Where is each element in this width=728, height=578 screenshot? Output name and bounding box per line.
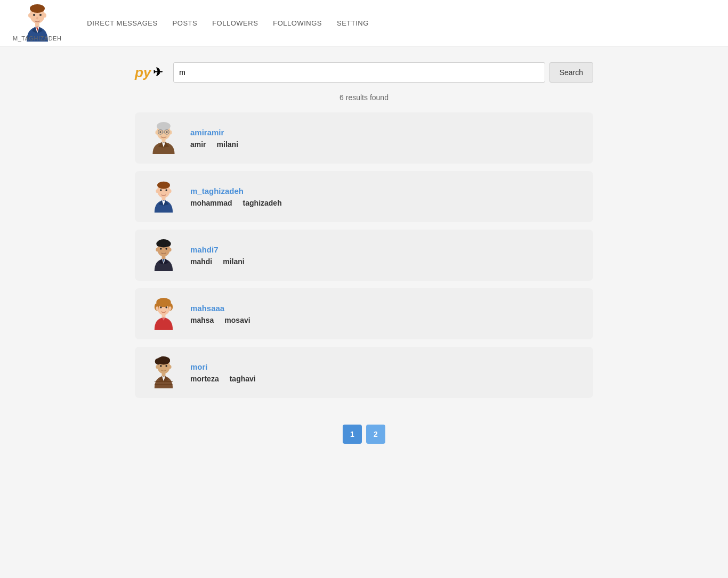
svg-point-23	[165, 189, 167, 191]
user-full-name: mohammad taghizadeh	[190, 199, 282, 207]
list-item: m_taghizadeh mohammad taghizadeh	[135, 171, 593, 222]
svg-point-20	[156, 189, 158, 193]
list-item: amiramir amir milani	[135, 112, 593, 164]
user-first-name: amir	[190, 140, 206, 149]
navbar-brand: M_TAGHIZADEH	[13, 4, 61, 42]
nav-direct-messages[interactable]: DIRECT MESSAGES	[87, 19, 157, 27]
svg-point-5	[39, 14, 42, 16]
nav-followers[interactable]: FOLLOWERS	[212, 19, 258, 27]
list-item: mahdi7 mahdi milani	[135, 230, 593, 281]
svg-point-19	[157, 182, 170, 189]
user-card-info: mahdi7 mahdi milani	[190, 245, 245, 266]
svg-point-32	[160, 248, 161, 249]
user-first-name: mohammad	[190, 199, 232, 207]
user-last-name: taghizadeh	[243, 199, 282, 207]
svg-point-6	[36, 17, 38, 20]
list-item: mahsaaa mahsa mosavi	[135, 288, 593, 339]
svg-point-49	[156, 365, 158, 369]
svg-point-29	[165, 241, 171, 246]
svg-rect-17	[162, 140, 166, 143]
svg-point-42	[165, 306, 167, 308]
user-last-name: milani	[217, 140, 238, 149]
avatar	[148, 181, 180, 213]
svg-point-51	[160, 365, 161, 367]
svg-point-12	[159, 131, 161, 133]
search-button[interactable]: Search	[549, 62, 593, 83]
user-card-info: m_taghizadeh mohammad taghizadeh	[190, 186, 282, 207]
nav-avatar	[22, 4, 52, 34]
user-username[interactable]: mahsaaa	[190, 304, 250, 313]
user-last-name: mosavi	[224, 316, 250, 324]
user-first-name: morteza	[190, 375, 219, 383]
svg-point-39	[156, 306, 158, 310]
navbar-username: M_TAGHIZADEH	[13, 35, 61, 42]
user-first-name: mahsa	[190, 316, 214, 324]
nav-setting[interactable]: SETTING	[337, 19, 369, 27]
user-full-name: mahsa mosavi	[190, 316, 250, 324]
user-card-info: amiramir amir milani	[190, 128, 238, 149]
svg-point-50	[168, 365, 171, 369]
user-last-name: milani	[223, 257, 244, 266]
avatar	[148, 122, 180, 154]
nav-posts[interactable]: POSTS	[173, 19, 198, 27]
svg-point-2	[28, 13, 31, 18]
svg-point-11	[169, 131, 172, 135]
user-username[interactable]: m_taghizadeh	[190, 186, 282, 196]
logo-mark: py ✈	[135, 64, 163, 81]
svg-point-33	[165, 248, 167, 249]
svg-rect-53	[162, 373, 166, 377]
user-full-name: morteza taghavi	[190, 375, 256, 383]
svg-point-48	[165, 358, 170, 363]
user-full-name: amir milani	[190, 140, 238, 149]
user-list: amiramir amir milani	[135, 112, 593, 398]
user-username[interactable]: mahdi7	[190, 245, 245, 254]
user-card-info: mori morteza taghavi	[190, 362, 256, 383]
page-button-1[interactable]: 1	[343, 425, 362, 444]
user-first-name: mahdi	[190, 257, 212, 266]
nav-followings[interactable]: FOLLOWINGS	[273, 19, 322, 27]
user-card-info: mahsaaa mahsa mosavi	[190, 304, 250, 324]
svg-point-9	[157, 122, 171, 130]
navbar: M_TAGHIZADEH DIRECT MESSAGES POSTS FOLLO…	[0, 0, 728, 46]
svg-point-4	[33, 14, 35, 16]
search-area: py ✈ Search	[135, 62, 593, 83]
list-item: mori morteza taghavi	[135, 347, 593, 398]
user-username[interactable]: mori	[190, 362, 256, 371]
svg-rect-34	[162, 256, 166, 259]
svg-point-1	[30, 4, 45, 13]
avatar	[148, 298, 180, 330]
user-full-name: mahdi milani	[190, 257, 245, 266]
svg-point-41	[160, 306, 161, 308]
svg-point-21	[168, 189, 171, 193]
svg-point-40	[168, 306, 171, 310]
logo-py-text: py	[135, 64, 151, 81]
svg-point-10	[156, 131, 158, 135]
page-button-2[interactable]: 2	[366, 425, 385, 444]
svg-point-52	[165, 365, 167, 367]
pagination: 1 2	[135, 425, 593, 465]
avatar	[148, 239, 180, 271]
svg-rect-24	[162, 198, 166, 201]
main-content: py ✈ Search 6 results found	[124, 46, 604, 481]
svg-point-30	[156, 248, 158, 251]
user-last-name: taghavi	[230, 375, 256, 383]
search-input[interactable]	[173, 62, 545, 83]
svg-rect-7	[35, 23, 39, 27]
user-username[interactable]: amiramir	[190, 128, 238, 137]
nav-links: DIRECT MESSAGES POSTS FOLLOWERS FOLLOWIN…	[87, 19, 368, 27]
avatar	[148, 356, 180, 388]
svg-point-22	[160, 189, 161, 191]
svg-point-13	[166, 131, 167, 133]
search-input-wrap: Search	[173, 62, 593, 83]
svg-rect-43	[162, 315, 166, 318]
results-count: 6 results found	[135, 93, 593, 102]
svg-point-31	[168, 248, 171, 251]
svg-point-3	[43, 13, 46, 18]
logo-arrow-icon: ✈	[153, 66, 163, 79]
